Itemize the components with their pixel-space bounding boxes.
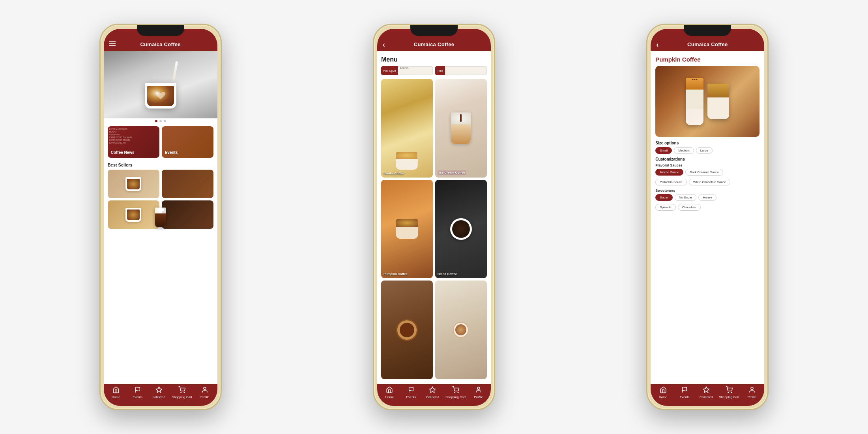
collected-icon-2	[429, 386, 436, 395]
product-hero-image	[655, 66, 760, 137]
sweetener-no-sugar[interactable]: No Sugar	[675, 194, 697, 201]
screen-content-1: LATTE MACCHIATOMOCHACappuccinoCAPPUCCINO…	[104, 51, 217, 384]
tart-item	[396, 319, 418, 341]
nav-home-2[interactable]: Home	[381, 386, 398, 399]
sweetener-honey[interactable]: Honey	[698, 194, 716, 201]
menu-item-vanilla[interactable]: Vanilla Coffee	[381, 79, 433, 178]
pumpkin-glass-menu	[396, 219, 418, 239]
home-icon-3	[660, 386, 667, 395]
pumpkin-cups-visual	[655, 66, 760, 137]
bestsellers-grid	[108, 170, 213, 229]
tall-glass	[686, 78, 703, 125]
home-icon-2	[386, 386, 393, 395]
blend-label: Blend Coffee	[438, 272, 457, 276]
size-large[interactable]: Large	[696, 147, 713, 154]
icecream-visual	[435, 79, 487, 178]
short-layer2	[707, 97, 729, 119]
phone-2: ‹ Cumaica Coffee Menu Pick Up At Adress …	[373, 24, 495, 410]
nav-collected-label-3: Collected	[700, 395, 713, 399]
nav-profile-3[interactable]: Profile	[743, 386, 761, 399]
blend-visual	[435, 180, 487, 279]
dark-layer	[162, 213, 166, 227]
sweetener-chocolate[interactable]: Chocolate	[678, 204, 701, 211]
nav-events-2[interactable]: Events	[402, 386, 420, 399]
menu-item-pumpkin[interactable]: Pumpkin Coffee	[381, 180, 433, 279]
vanilla-visual	[396, 152, 418, 170]
back-button-3[interactable]: ‹	[656, 41, 658, 49]
short-glass	[707, 84, 729, 119]
nav-cart-3[interactable]: Shopping Cart	[719, 386, 739, 399]
short-layer1	[707, 84, 729, 97]
size-small[interactable]: Small	[655, 147, 672, 154]
menu-item-blend[interactable]: Blend Coffee	[435, 180, 487, 279]
time-field: Time	[435, 66, 487, 75]
nav-cart-2[interactable]: Shopping Cart	[445, 386, 466, 399]
pumpkin-label: Pumpkin Coffee	[383, 272, 408, 276]
time-input[interactable]	[445, 66, 487, 75]
events-icon-2	[408, 386, 414, 395]
pumpkin-visual-menu	[381, 180, 433, 279]
menu-item-tart[interactable]	[381, 281, 433, 379]
svg-point-14	[751, 387, 753, 389]
vanilla-label: Vanilla Coffee	[383, 172, 404, 175]
screen-2: ‹ Cumaica Coffee Menu Pick Up At Adress …	[377, 29, 491, 406]
latte-visual-menu	[435, 281, 487, 379]
sweetener-splenda[interactable]: Splenda	[655, 204, 675, 211]
svg-point-9	[477, 387, 480, 389]
nav-cart-label-3: Shopping Cart	[719, 395, 739, 399]
vanilla-glass	[396, 152, 418, 170]
pumpkin-foam-menu	[396, 219, 418, 227]
nav-collected-3[interactable]: Collected	[698, 386, 715, 399]
phone-3: ‹ Cumaica Coffee Pumpkin Coffee	[646, 24, 769, 410]
bestsellers-section: Best Sellers	[104, 160, 217, 384]
nav-profile-label-3: Profile	[748, 395, 757, 399]
screen-content-3: Pumpkin Coffee	[651, 51, 764, 384]
icecream-cup	[451, 112, 471, 144]
size-options-row: Small Medium Large	[655, 147, 760, 154]
profile-icon-2	[475, 386, 482, 395]
nav-events-3[interactable]: Events	[676, 386, 693, 399]
tall-layer2	[686, 90, 703, 109]
customizations-title: Customizations	[655, 157, 760, 161]
vanilla-milk	[396, 159, 418, 170]
blend-plate	[450, 218, 472, 240]
pickup-field: Pick Up At Adress	[381, 66, 433, 75]
spice-top	[692, 79, 697, 80]
size-options-title: Size options	[655, 141, 760, 145]
bs-item-4[interactable]	[162, 200, 213, 229]
pickup-row: Pick Up At Adress Time	[381, 66, 487, 75]
menu-grid: Vanilla Coffee Ice Cream Coffee	[381, 79, 487, 379]
pickup-label: Pick Up At	[381, 66, 398, 75]
notch-2	[410, 25, 458, 36]
nav-profile-2[interactable]: Profile	[470, 386, 487, 399]
svg-point-7	[455, 392, 455, 393]
size-medium[interactable]: Medium	[674, 147, 694, 154]
tart-inner	[400, 323, 414, 337]
time-label: Time	[435, 66, 445, 75]
cart-icon-2	[452, 386, 459, 395]
menu-content: Menu Pick Up At Adress Time	[377, 51, 491, 384]
vanilla-foam	[396, 152, 418, 159]
notch-1	[137, 25, 184, 36]
sweetener-sugar[interactable]: Sugar	[655, 194, 672, 201]
pickup-input[interactable]: Adress	[398, 66, 433, 75]
latte-cup-menu	[453, 322, 469, 338]
nav-home-3[interactable]: Home	[655, 386, 672, 399]
sauce-mocha[interactable]: Mocha Sauce	[655, 169, 683, 176]
back-button-2[interactable]: ‹	[383, 41, 385, 49]
icecream-label: Ice Cream Coffee	[438, 170, 466, 175]
sauce-white-choc[interactable]: White Chocolate Sauce	[689, 179, 731, 185]
menu-item-icecream[interactable]: Ice Cream Coffee	[435, 79, 487, 178]
sauce-dark-caramel[interactable]: Dark Caramel Sauce	[685, 169, 723, 176]
notch-3	[684, 25, 731, 36]
tall-layer1	[686, 78, 703, 90]
product-title: Pumpkin Coffee	[655, 56, 760, 63]
nav-collected-label-2: Collected	[426, 395, 439, 399]
menu-item-latte[interactable]	[435, 281, 487, 379]
sauce-pistachio[interactable]: Pistachio Sauce	[655, 179, 687, 185]
nav-collected-2[interactable]: Collected	[424, 386, 441, 399]
svg-point-8	[458, 392, 458, 393]
screen-3: ‹ Cumaica Coffee Pumpkin Coffee	[651, 29, 764, 406]
customizations-section: Flavors/ Sauces Mocha Sauce Dark Caramel…	[655, 163, 760, 381]
header-title-3: Cumaica Coffee	[687, 41, 728, 47]
